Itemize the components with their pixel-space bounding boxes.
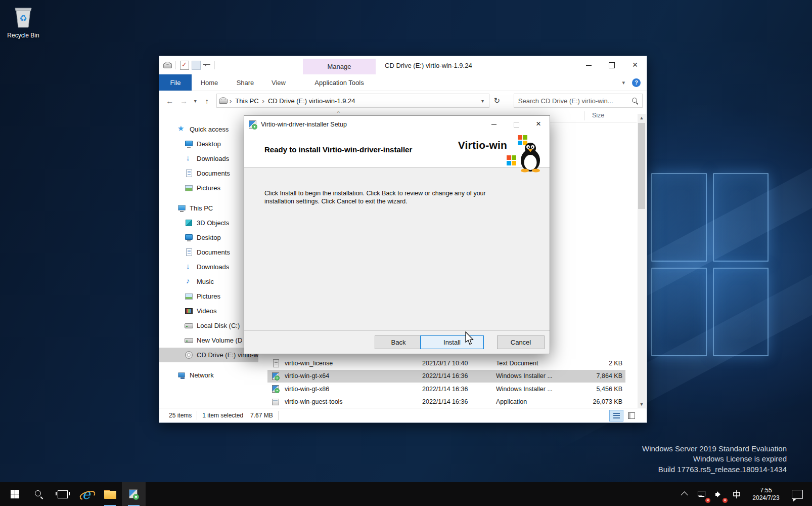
watermark-line: Windows License is expired [642,454,787,465]
sidebar-item-label: Downloads [197,155,229,162]
dialog-button-separator [244,330,550,331]
tab-share[interactable]: Share [227,74,263,91]
back-button[interactable]: Back [375,335,422,349]
network-status[interactable]: × [695,482,710,506]
explorer-titlebar[interactable]: Manage CD Drive (E:) virtio-win-1.9.24 [159,56,647,74]
tab-view[interactable]: View [263,74,294,91]
manage-context-label[interactable]: Manage [303,59,376,74]
recycle-bin-shortcut[interactable]: ♻ Recycle Bin [3,4,43,39]
checkbox-icon[interactable] [180,61,189,70]
breadcrumb-item-this-pc[interactable]: This PC [235,97,258,105]
file-row-virtio-win-gt-x64[interactable]: virtio-win-gt-x642022/1/14 16:36Windows … [267,370,625,383]
maximize-button[interactable] [600,56,623,74]
windows-start-icon [11,490,20,499]
breadcrumb-chevron-icon: › [262,97,264,105]
cancel-button[interactable]: Cancel [497,335,545,349]
app-file-icon [272,398,281,406]
dialog-close-button[interactable] [527,116,550,133]
up-button[interactable]: ↑ [200,94,213,107]
status-separator [278,411,279,420]
windows-flag-icon [507,155,517,165]
clock-date: 2024/7/23 [746,494,786,502]
installer-app-button[interactable] [122,482,146,506]
file-explorer-button[interactable] [98,482,122,506]
installer-dialog: Virtio-win-driver-installer Setup Ready … [244,115,550,354]
status-separator [197,411,197,420]
new-folder-icon-disabled [192,61,201,70]
file-name: virtio-win-gt-x86 [285,386,422,393]
status-selected-size: 7.67 MB [250,412,273,419]
file-rows: virtio-win_license2021/3/17 10:40Text Do… [267,357,625,408]
file-date-modified: 2022/1/14 16:36 [422,372,496,380]
virtio-win-brand: Virtio-win [458,139,507,151]
speaker-icon [715,491,724,498]
search-icon[interactable] [631,97,639,105]
back-button[interactable]: ← [163,94,176,107]
sidebar-item-network[interactable]: Network [159,368,258,383]
minimize-button[interactable] [577,56,600,74]
text-file-icon [272,359,281,367]
tray-expand-chevron[interactable] [678,482,693,506]
address-bar: ← → ▾ ↑ ›This PC›CD Drive (E:) virtio-wi… [159,91,647,111]
dialog-minimize-button[interactable] [483,116,505,133]
file-row-virtio-win-license[interactable]: virtio-win_license2021/3/17 10:40Text Do… [267,357,625,370]
tab-application-tools[interactable]: Application Tools [303,74,376,91]
volume-status[interactable]: × [712,482,727,506]
sidebar-item-label: Documents [197,248,230,256]
help-icon[interactable]: ? [632,78,641,87]
breadcrumb-item-cd-drive-e-virtio-win-1-9-24[interactable]: CD Drive (E:) virtio-win-1.9.24 [268,97,355,105]
tab-home[interactable]: Home [192,74,227,91]
column-header-size[interactable]: Size [592,112,604,119]
internet-explorer-icon: e [79,487,94,502]
quick-access-toolbar [163,56,216,74]
scrollbar-thumb[interactable] [638,123,645,209]
vertical-scrollbar[interactable]: ▲ ▼ [638,114,646,408]
scroll-down-icon[interactable]: ▼ [638,400,646,408]
ime-chinese-icon [732,490,741,499]
file-row-virtio-win-gt-x86[interactable]: virtio-win-gt-x862022/1/14 16:36Windows … [267,383,625,396]
file-type: Application [496,398,585,405]
large-icons-view-button[interactable] [624,410,639,421]
sidebar-item-label: 3D Objects [197,219,229,227]
sidebar-item-label: Local Disk (C:) [197,322,240,329]
file-name: virtio-win_license [285,360,422,367]
star-icon [177,125,186,134]
recent-locations-chevron-icon[interactable]: ▾ [191,94,199,107]
task-view-button[interactable] [51,482,74,506]
scroll-up-icon[interactable]: ▲ [638,114,646,122]
address-dropdown-chevron-icon[interactable]: ▾ [478,98,487,104]
taskbar-search-button[interactable] [27,482,51,506]
drive-properties-icon[interactable] [163,61,171,69]
toolbar-separator [175,61,176,69]
dialog-heading: Ready to install Virtio-win-driver-insta… [264,145,412,154]
msi-file-icon [272,385,281,393]
ribbon-tabs: FileHomeShareViewApplication Tools [159,74,376,91]
file-type: Windows Installer ... [496,386,585,393]
cube-icon [185,219,193,227]
search-box[interactable] [514,94,643,108]
taskbar-clock[interactable]: 7:55 2024/7/23 [746,487,786,502]
sidebar-item-label: This PC [190,204,213,212]
recycle-bin-label: Recycle Bin [3,32,43,39]
close-button[interactable] [623,56,647,74]
tab-file[interactable]: File [159,74,192,91]
details-view-button[interactable] [609,410,623,421]
start-button[interactable] [3,482,27,506]
ribbon-collapse-chevron-icon[interactable]: ▾ [622,79,625,86]
window-title: CD Drive (E:) virtio-win-1.9.24 [385,56,472,74]
internet-explorer-button[interactable]: e [74,482,98,506]
sidebar-item-label: Downloads [197,263,229,271]
action-center-button[interactable] [788,482,807,506]
search-input[interactable] [517,97,631,105]
windows-logo-wallpaper [651,173,769,356]
address-box[interactable]: ›This PC›CD Drive (E:) virtio-win-1.9.24… [216,94,489,108]
tux-penguin-icon [517,141,544,173]
action-center-icon [792,490,803,499]
network-error-badge: × [705,498,710,503]
volume-muted-badge: × [723,498,728,503]
ime-indicator[interactable] [729,482,744,506]
file-row-virtio-win-guest-tools[interactable]: virtio-win-guest-tools2022/1/14 16:36App… [267,396,625,409]
customize-toolbar-chevron-icon[interactable] [203,64,210,70]
refresh-icon[interactable]: ↻ [490,94,504,107]
dialog-titlebar[interactable]: Virtio-win-driver-installer Setup [244,116,550,133]
